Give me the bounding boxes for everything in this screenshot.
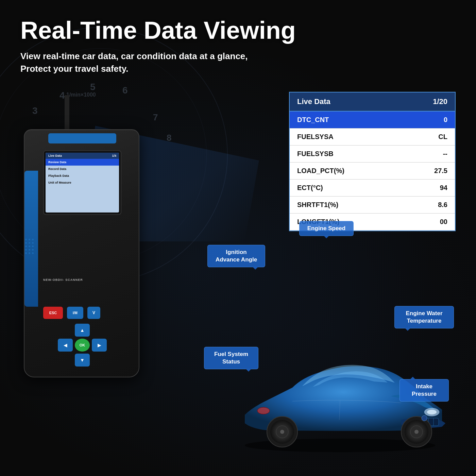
live-data-row: DTC_CNT 0 (290, 112, 455, 129)
scanner-top-cap (48, 133, 116, 143)
page-subtitle: View real-time car data, car condition d… (20, 50, 456, 75)
live-data-param: ECT(°C) (290, 180, 403, 197)
live-data-param: DTC_CNT (290, 112, 403, 129)
callout-engine-speed: Engine Speed (299, 221, 354, 236)
v-button[interactable]: V (87, 307, 100, 319)
live-data-value: 0 (403, 112, 455, 129)
live-data-row: FUELSYSB -- (290, 146, 455, 163)
scanner-menu-playback[interactable]: Playback Data (46, 172, 119, 179)
callout-water-temp: Engine WaterTemperature (394, 306, 454, 328)
live-data-page: 1/20 (433, 97, 447, 106)
scanner-screen-header: Live Data 1/4 (46, 153, 119, 159)
scanner-device: Live Data 1/4 Review Data Record Data Pl… (10, 129, 153, 388)
scanner-menu-record[interactable]: Record Data (46, 166, 119, 172)
live-data-value: 27.5 (403, 163, 455, 180)
live-data-row: LOAD_PCT(%) 27.5 (290, 163, 455, 180)
grip-dots (25, 239, 34, 254)
live-data-param: SHRTFT1(%) (290, 197, 403, 214)
live-data-rows: DTC_CNT 0 FUELSYSA CL FUELSYSB -- LOAD_P… (290, 112, 455, 231)
page-title: Real-Time Data Viewing (20, 17, 456, 44)
esc-button[interactable]: ESC (43, 307, 63, 319)
live-data-param: FUELSYSA (290, 129, 403, 146)
callout-engine-speed-text: Engine Speed (307, 225, 345, 232)
live-data-param: FUELSYSB (290, 146, 403, 163)
scanner-buttons-area: ESC I/M V ▲ ◀ OK ▶ ▼ (43, 307, 121, 367)
live-data-value: 94 (403, 180, 455, 197)
scanner-screen-title: Live Data (48, 154, 62, 157)
svg-point-18 (422, 415, 427, 421)
scanner-menu-review[interactable]: Review Data (46, 159, 119, 166)
live-data-row: ECT(°C) 94 (290, 180, 455, 197)
live-data-table-container: Live Data 1/20 DTC_CNT 0 FUELSYSA CL FUE… (289, 92, 456, 231)
live-data-param: LOAD_PCT(%) (290, 163, 403, 180)
dpad-up[interactable]: ▲ (75, 324, 90, 337)
live-data-header: Live Data 1/20 (290, 92, 455, 112)
dpad-buttons: ▲ ◀ OK ▶ ▼ (58, 324, 107, 367)
callout-intake-text: IntakePressure (412, 383, 437, 397)
callout-ignition: IgnitionAdvance Angle (207, 245, 265, 267)
scanner-brand-label: NEW-OBDII- SCANNER (43, 278, 83, 282)
live-data-label: Live Data (297, 97, 330, 106)
dpad-right[interactable]: ▶ (92, 339, 107, 352)
scanner-screen: Live Data 1/4 Review Data Record Data Pl… (46, 153, 119, 213)
svg-point-12 (414, 430, 419, 434)
callout-fuel-system-text: Fuel SystemStatus (214, 351, 248, 365)
dpad-left[interactable]: ◀ (58, 339, 73, 352)
callout-fuel-system: Fuel SystemStatus (204, 347, 258, 369)
svg-point-16 (280, 430, 284, 434)
svg-point-17 (257, 407, 270, 414)
subtitle-line2: Protect your travel safety. (20, 64, 128, 74)
callout-ignition-text: IgnitionAdvance Angle (216, 249, 257, 263)
callout-water-temp-text: Engine WaterTemperature (406, 310, 443, 324)
ok-button[interactable]: OK (75, 339, 90, 352)
live-data-row: FUELSYSA CL (290, 129, 455, 146)
scanner-body: Live Data 1/4 Review Data Record Data Pl… (24, 129, 139, 377)
subtitle-line1: View real-time car data, car condition d… (20, 51, 248, 61)
im-button[interactable]: I/M (67, 307, 83, 319)
live-data-value: 8.6 (403, 197, 455, 214)
live-data-value: -- (403, 146, 455, 163)
scanner-screen-page: 1/4 (112, 154, 116, 157)
svg-point-8 (427, 410, 437, 414)
live-data-value: 00 (403, 214, 455, 231)
dpad-down[interactable]: ▼ (75, 354, 90, 367)
scanner-menu-unit[interactable]: Unit of Measure (46, 179, 119, 186)
scanner-top-buttons: ESC I/M V (43, 307, 121, 319)
live-data-value: CL (403, 129, 455, 146)
scanner-screen-bezel: Live Data 1/4 Review Data Record Data Pl… (43, 150, 121, 215)
live-data-row: SHRTFT1(%) 8.6 (290, 197, 455, 214)
callout-intake: IntakePressure (400, 379, 449, 402)
